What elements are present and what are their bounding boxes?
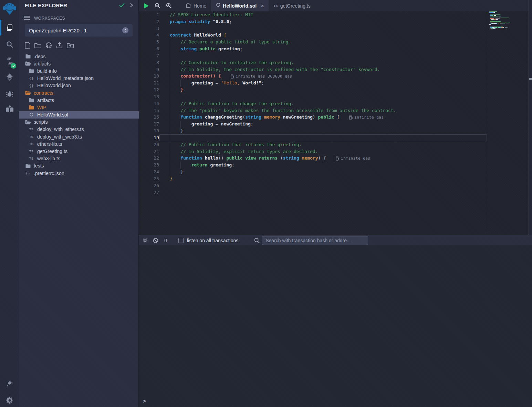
- tree-item-tests[interactable]: tests: [19, 162, 139, 170]
- folder-icon: [28, 98, 34, 102]
- code-line-10[interactable]: constructor() {infinite gas 368600 gas: [170, 73, 490, 80]
- tree-item-label: WIP: [37, 105, 46, 110]
- tree-item-label: .deps: [34, 54, 45, 59]
- tree-item-helloworld-sol[interactable]: HelloWorld.sol: [19, 111, 139, 119]
- tab-getgreeting-ts[interactable]: TS getGreeting.ts: [269, 0, 315, 11]
- code-line-26[interactable]: [170, 182, 490, 189]
- code-line-21[interactable]: // In Solidity, explicit return types ar…: [170, 148, 490, 155]
- tree-item-scripts[interactable]: scripts: [19, 119, 139, 126]
- code-line-16[interactable]: function changeGreeting(string memory ne…: [170, 114, 490, 121]
- tab-home[interactable]: Home: [181, 0, 211, 11]
- tree-item-label: artifacts: [37, 98, 54, 103]
- tree-item-wip[interactable]: WIP: [19, 104, 139, 111]
- line-number: 18: [139, 128, 159, 134]
- solidity-compiler-icon[interactable]: [0, 53, 19, 69]
- tree-item-web3-lib-ts[interactable]: TSweb3-lib.ts: [19, 155, 139, 162]
- tree-item-contracts[interactable]: contracts: [19, 89, 139, 96]
- code-line-8[interactable]: // Constructor to initialize the greetin…: [170, 59, 490, 66]
- tree-item-build-info[interactable]: build-info: [19, 67, 139, 74]
- tree-item--prettierrc-json[interactable]: {}.prettierrc.json: [19, 170, 139, 177]
- workspace-select[interactable]: OpenZeppelin ERC20 - 1: [25, 24, 133, 37]
- line-number: 21: [139, 148, 159, 155]
- code-line-12[interactable]: }: [170, 87, 490, 93]
- line-number: 2: [139, 18, 159, 25]
- code-line-18[interactable]: }: [170, 128, 490, 134]
- code-line-7[interactable]: [170, 52, 490, 59]
- new-file-icon[interactable]: [25, 42, 30, 50]
- tree-item-ethers-lib-ts[interactable]: TSethers-lib.ts: [19, 140, 139, 147]
- settings-gear-icon[interactable]: [0, 393, 19, 407]
- tree-item-helloworld-metadata-json[interactable]: {}HelloWorld_metadata.json: [19, 75, 139, 82]
- scrollbar-handle[interactable]: [529, 78, 532, 80]
- code-line-5[interactable]: // Declare a public field of type string…: [170, 39, 490, 45]
- code-line-6[interactable]: string public greeting;: [170, 45, 490, 52]
- code-line-27[interactable]: [170, 189, 490, 196]
- code-line-1[interactable]: // SPDX-License-Identifier: MIT: [170, 11, 490, 18]
- run-script-play-button[interactable]: [140, 0, 152, 11]
- search-icon[interactable]: [0, 37, 19, 52]
- file-explorer-icon[interactable]: [0, 20, 19, 36]
- code-line-3[interactable]: [170, 25, 490, 32]
- workspace-sort-icon[interactable]: [122, 27, 128, 33]
- upload-file-icon[interactable]: [56, 42, 63, 50]
- tab-helloworld-sol[interactable]: HelloWorld.sol ×: [211, 0, 269, 11]
- workspace-selected-value: OpenZeppelin ERC20 - 1: [29, 28, 122, 33]
- tree-item-artifacts[interactable]: artifacts: [19, 60, 139, 67]
- code-line-17[interactable]: greeting = newGreeting;: [170, 121, 490, 128]
- code-line-13[interactable]: [170, 93, 490, 100]
- minimap[interactable]: [489, 11, 519, 32]
- clear-console-icon[interactable]: [153, 238, 158, 243]
- deploy-run-icon[interactable]: [0, 69, 19, 85]
- tree-item--deps[interactable]: .deps: [19, 53, 139, 60]
- tab-close-icon[interactable]: ×: [261, 3, 264, 9]
- transaction-search-input[interactable]: [262, 236, 368, 245]
- listen-transactions-checkbox[interactable]: [178, 238, 184, 243]
- line-number: 15: [139, 107, 159, 114]
- code-content[interactable]: // SPDX-License-Identifier: MITpragma so…: [170, 11, 490, 196]
- line-number: 26: [139, 182, 159, 189]
- code-line-4[interactable]: contract HelloWorld {: [170, 32, 490, 39]
- tree-item-getgreeting-ts[interactable]: TSgetGreeting.ts: [19, 147, 139, 155]
- editor-tabbar: Home HelloWorld.sol × TS getGreeting.ts: [139, 0, 532, 11]
- remix-ide-window: FILE EXPLORER WORKSPACES OpenZeppelin ER…: [0, 0, 532, 407]
- json-file-icon: {}: [28, 83, 34, 88]
- remix-logo-icon[interactable]: [0, 0, 19, 17]
- code-line-22[interactable]: function hello() public view returns (st…: [170, 155, 490, 162]
- tree-item-deploy-with-ethers-ts[interactable]: TSdeploy_with_ethers.ts: [19, 126, 139, 133]
- editor-scrollbar[interactable]: [529, 0, 532, 235]
- tree-item-deploy-with-web3-ts[interactable]: TSdeploy_with_web3.ts: [19, 133, 139, 140]
- code-line-15[interactable]: // The "public" keyword makes the functi…: [170, 107, 490, 114]
- line-number: 24: [139, 169, 159, 175]
- workspaces-menu-icon[interactable]: [24, 15, 30, 21]
- code-line-14[interactable]: // Public function to change the greetin…: [170, 100, 490, 107]
- zoom-in-icon[interactable]: [163, 0, 175, 11]
- github-clone-icon[interactable]: [45, 42, 52, 50]
- line-number: 5: [139, 39, 159, 45]
- tree-item-label: web3-lib.ts: [37, 156, 60, 161]
- debugger-icon[interactable]: [0, 86, 19, 102]
- new-folder-icon[interactable]: [34, 42, 41, 50]
- plugin-manager-icon[interactable]: [0, 376, 19, 391]
- tree-item-artifacts[interactable]: artifacts: [19, 96, 139, 104]
- typescript-file-icon: TS: [28, 128, 34, 131]
- code-line-2[interactable]: pragma solidity ^0.8.0;: [170, 18, 490, 25]
- tree-item-helloworld-json[interactable]: {}HelloWorld.json: [19, 82, 139, 89]
- code-editor[interactable]: 1234567891011121314151617181920212223242…: [139, 11, 532, 235]
- folder-icon: [28, 69, 34, 73]
- code-line-9[interactable]: // In Solidity, the constructor is defin…: [170, 66, 490, 73]
- terminal-output[interactable]: >: [139, 245, 532, 407]
- code-line-25[interactable]: }: [170, 175, 490, 182]
- panel-collapse-chevron-icon[interactable]: [130, 3, 133, 9]
- workspace-ok-check-icon[interactable]: [119, 3, 125, 9]
- terminal-collapse-icon[interactable]: [143, 238, 147, 243]
- code-line-11[interactable]: greeting = "Hello, World!";: [170, 80, 490, 87]
- code-line-19[interactable]: [170, 134, 490, 141]
- tab-getgreeting-label: getGreeting.ts: [280, 3, 311, 9]
- code-line-20[interactable]: // Public function that returns the gree…: [170, 141, 490, 148]
- zoom-out-icon[interactable]: [152, 0, 163, 11]
- typescript-file-icon: TS: [28, 150, 34, 153]
- code-line-24[interactable]: }: [170, 169, 490, 175]
- learneth-icon[interactable]: [0, 101, 19, 117]
- upload-folder-icon[interactable]: [67, 42, 74, 50]
- code-line-23[interactable]: return greeting;: [170, 162, 490, 169]
